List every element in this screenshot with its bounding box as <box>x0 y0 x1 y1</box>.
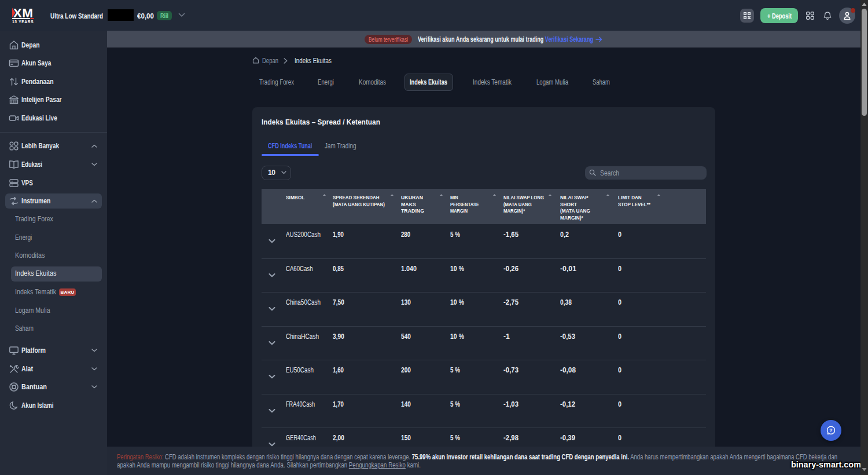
svg-text:?: ? <box>829 427 832 433</box>
svg-text:15 YEARS: 15 YEARS <box>12 20 34 24</box>
